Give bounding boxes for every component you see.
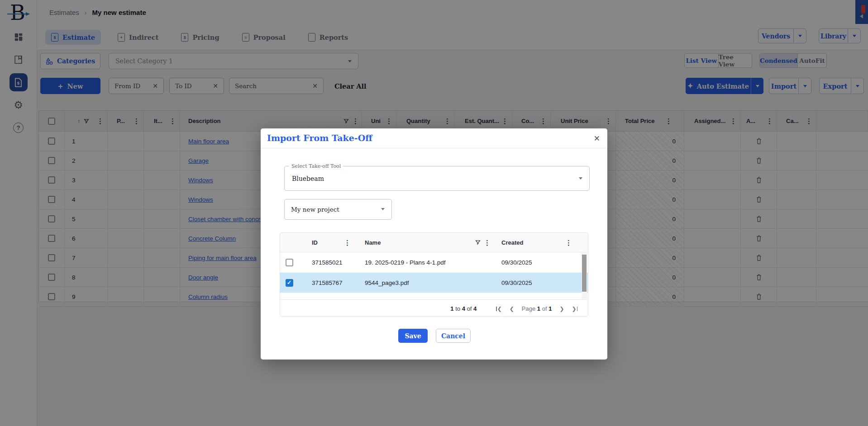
file-row[interactable]: ✓ 371585767 9544_page3.pdf 09/30/2025 <box>280 273 588 293</box>
prev-page-button[interactable]: ❮ <box>510 306 514 312</box>
app-screen: B $ ⚙ ? Estimates › My new estimate <box>0 0 868 426</box>
modal-title: Import From Take-Off <box>267 133 372 143</box>
project-select[interactable]: My new project <box>284 199 392 220</box>
file-checkbox[interactable] <box>286 259 293 266</box>
file-name: 19. 2025-0219 - Plans 4-1.pdf <box>365 259 446 266</box>
project-select-value: My new project <box>291 199 339 219</box>
col-id: ID <box>312 239 318 246</box>
file-checkbox[interactable]: ✓ <box>286 279 293 287</box>
file-created: 09/30/2025 <box>501 279 532 286</box>
cancel-button[interactable]: Cancel <box>436 329 471 343</box>
column-menu-icon[interactable]: ⋮ <box>344 239 354 246</box>
files-scrollbar[interactable] <box>582 253 587 299</box>
col-name: Name <box>365 239 381 246</box>
col-created: Created <box>501 239 523 246</box>
files-pagination: 1 to 4 of 4 ❮ ❮ Page 1 of 1 ❯ ❯ <box>280 299 588 317</box>
file-name: 9544_page3.pdf <box>365 279 409 286</box>
file-row[interactable]: 371585021 19. 2025-0219 - Plans 4-1.pdf … <box>280 252 588 273</box>
scrollbar-thumb[interactable] <box>582 255 587 292</box>
project-select-caret-icon <box>381 208 385 210</box>
modal-close-icon[interactable]: ✕ <box>594 134 600 143</box>
takeoff-tool-caret-icon <box>579 177 582 180</box>
files-header-row: ID ⋮ Name ⋮ Created ⋮ <box>280 233 588 252</box>
files-body: 371585021 19. 2025-0219 - Plans 4-1.pdf … <box>280 252 588 299</box>
column-menu-icon[interactable]: ⋮ <box>565 239 572 246</box>
next-page-button[interactable]: ❯ <box>559 306 564 312</box>
file-created: 09/30/2025 <box>501 259 532 266</box>
first-page-button[interactable]: ❮ <box>496 306 502 312</box>
takeoff-tool-value: Bluebeam <box>292 166 324 190</box>
page-indicator: Page 1 of 1 <box>522 305 552 312</box>
takeoff-tool-select[interactable]: Select Take-off Tool Bluebeam <box>284 166 590 191</box>
takeoff-files-table: ID ⋮ Name ⋮ Created ⋮ 371585021 19. <box>280 232 588 317</box>
save-button[interactable]: Save <box>398 329 428 343</box>
column-menu-icon[interactable]: ⋮ <box>484 239 491 246</box>
import-takeoff-modal: Import From Take-Off ✕ Select Take-off T… <box>261 128 607 360</box>
file-row[interactable]: 371585142 New Plans 4.pdf 09/30/2025 <box>280 293 588 299</box>
file-id: 371585021 <box>298 259 357 266</box>
filter-icon[interactable] <box>475 240 481 245</box>
file-id: 371585767 <box>298 279 357 286</box>
last-page-button[interactable]: ❯ <box>572 306 578 312</box>
rows-summary: 1 to 4 of 4 <box>450 305 477 312</box>
